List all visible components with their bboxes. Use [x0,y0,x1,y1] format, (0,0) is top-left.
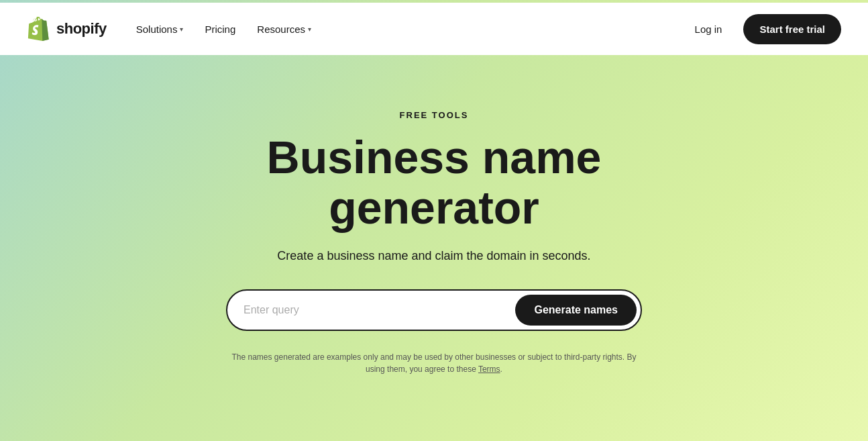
login-button[interactable]: Log in [687,18,730,40]
hero-title: Business name generator [199,132,669,233]
navbar: shopify Solutions ▾ Pricing Resources ▾ … [0,3,868,55]
shopify-logo-icon [27,17,51,41]
navbar-left: shopify Solutions ▾ Pricing Resources ▾ [27,17,319,41]
start-trial-button[interactable]: Start free trial [743,14,841,44]
navbar-right: Log in Start free trial [687,14,841,44]
disclaimer-text: The names generated are examples only an… [226,351,642,375]
generate-button[interactable]: Generate names [515,295,637,326]
chevron-down-icon-resources: ▾ [308,26,311,33]
chevron-down-icon: ▾ [180,26,183,33]
logo[interactable]: shopify [27,17,107,41]
hero-subtitle: Create a business name and claim the dom… [277,247,590,265]
search-input[interactable] [243,304,515,316]
nav-solutions[interactable]: Solutions ▾ [128,18,192,40]
nav-resources-label: Resources [257,23,305,35]
nav-links: Solutions ▾ Pricing Resources ▾ [128,18,319,40]
nav-pricing[interactable]: Pricing [197,18,243,40]
terms-link[interactable]: Terms [478,364,500,374]
eyebrow-label: FREE TOOLS [400,110,469,120]
logo-text: shopify [56,20,107,38]
nav-pricing-label: Pricing [205,23,235,35]
hero-section: FREE TOOLS Business name generator Creat… [0,55,868,441]
nav-resources[interactable]: Resources ▾ [249,18,319,40]
nav-solutions-label: Solutions [136,23,178,35]
search-form: Generate names [226,289,642,331]
